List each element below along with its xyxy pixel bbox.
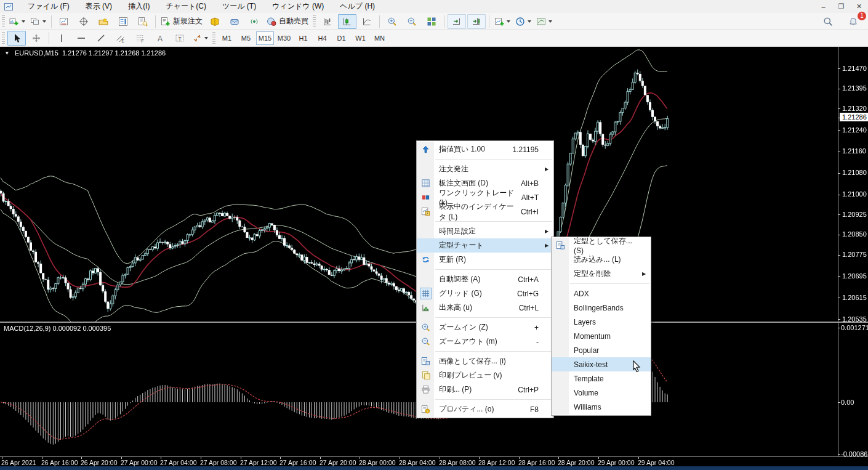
menu-item[interactable]: 定型チャート▶ (417, 238, 553, 253)
menu-item[interactable]: グリッド (G)Ctrl+G (417, 286, 553, 301)
menu-item[interactable]: 画像として保存... (i) (417, 354, 553, 368)
dropdown-caret-icon[interactable] (22, 20, 25, 23)
menu-item[interactable]: 更新 (R) (417, 253, 553, 267)
menu-item[interactable]: 指値買い 1.001.21195 (417, 142, 553, 156)
menu-item[interactable]: 印刷プレビュー (v) (417, 368, 553, 383)
profiles-button[interactable] (28, 14, 48, 29)
candle-chart-button[interactable] (338, 14, 356, 29)
timeframe-m5[interactable]: M5 (237, 31, 255, 45)
menu-item[interactable]: Volume (552, 386, 651, 400)
dropdown-caret-icon[interactable] (204, 37, 208, 39)
new-order-button[interactable]: 新規注文 (159, 14, 204, 29)
menu-item[interactable]: 注文発注▶ (417, 162, 553, 176)
search-button[interactable] (819, 14, 837, 29)
toolbar-grip[interactable] (2, 32, 5, 44)
toolbar-grip[interactable] (313, 15, 316, 28)
chart-shift-button[interactable] (467, 14, 486, 29)
menu-item[interactable]: 定型を削除▶ (552, 267, 651, 281)
crosshair-button[interactable] (74, 14, 93, 29)
dropdown-caret-icon[interactable] (42, 20, 46, 23)
menu-item[interactable]: Popular (552, 343, 651, 357)
timeframe-d1[interactable]: D1 (332, 31, 350, 45)
menu-item[interactable]: BollingerBands (552, 301, 651, 315)
menu-item-label: Layers (569, 318, 642, 326)
menu-tools[interactable]: ツール (T) (214, 0, 264, 13)
menu-item[interactable]: Williams (552, 400, 651, 414)
chart-collapse-icon[interactable]: ▼ (4, 50, 10, 56)
menu-item[interactable]: Template (552, 371, 651, 386)
dropdown-caret-icon[interactable] (549, 20, 552, 23)
toolbar-grip[interactable] (212, 32, 215, 44)
vertical-line-button[interactable] (52, 31, 71, 46)
equidistant-channel-icon: E (116, 33, 126, 43)
menu-item[interactable]: ズームアウト (m)- (417, 334, 553, 349)
menu-help[interactable]: ヘルプ (H) (332, 0, 383, 13)
new-chart-button[interactable] (7, 14, 27, 29)
menu-chart[interactable]: チャート(C) (158, 0, 214, 13)
equidistant-channel-button[interactable]: E (111, 31, 130, 46)
timeframe-w1[interactable]: W1 (352, 31, 369, 45)
auto-scroll-button[interactable] (448, 14, 466, 29)
bar-chart-button[interactable] (318, 14, 337, 29)
menu-item[interactable]: 時間足設定▶ (417, 224, 553, 238)
menu-insert[interactable]: 挿入(I) (120, 0, 158, 13)
text-label-button[interactable]: T (171, 31, 189, 46)
menu-item[interactable]: ズームイン (Z)+ (417, 320, 553, 334)
menu-item[interactable]: ADX (552, 286, 651, 301)
menu-item[interactable]: 定型として保存... (S) (552, 238, 651, 253)
auto-trading-button[interactable]: 自動売買 (265, 14, 310, 29)
periods-button[interactable] (513, 14, 533, 29)
arrows-button[interactable] (190, 31, 210, 46)
toolbar-grip[interactable] (2, 15, 5, 28)
tick-chart-button[interactable] (55, 14, 73, 29)
tile-windows-button[interactable] (422, 14, 441, 29)
periods-icon (515, 17, 525, 26)
menu-item[interactable]: f表示中のインディケータ (L)Ctrl+I (417, 205, 553, 219)
trendline-button[interactable] (92, 31, 110, 46)
print-icon (421, 385, 430, 394)
templates-button[interactable] (534, 14, 554, 29)
timeframe-m15[interactable]: M15 (256, 31, 274, 45)
menu-item[interactable]: 印刷... (P)Ctrl+P (417, 383, 553, 397)
menu-item-label: 画像として保存... (i) (434, 356, 545, 367)
favorites-icon (98, 17, 108, 26)
zoom-out-button[interactable] (403, 14, 421, 29)
text-button[interactable]: A (151, 31, 169, 46)
market-watch-button[interactable] (114, 14, 132, 29)
timeframe-mn[interactable]: MN (371, 31, 388, 45)
menu-window[interactable]: ウィンドウ (W) (264, 0, 332, 13)
timeframe-m1[interactable]: M1 (218, 31, 236, 45)
timeframe-h1[interactable]: H1 (294, 31, 312, 45)
dropdown-caret-icon[interactable] (528, 20, 531, 23)
menu-item[interactable]: 読み込み... (L) (552, 253, 651, 267)
menu-item-shortcut: Ctrl+I (521, 208, 539, 216)
indicators-button[interactable] (492, 14, 512, 29)
timeframe-m30[interactable]: M30 (275, 31, 293, 45)
menu-item[interactable]: 自動調整 (A)Ctrl+A (417, 272, 553, 286)
close-button[interactable]: ✕ (850, 0, 868, 13)
menu-view[interactable]: 表示 (V) (78, 0, 120, 13)
menu-separator (417, 349, 553, 354)
signals-button[interactable] (245, 14, 263, 29)
zoom-in-button[interactable] (383, 14, 401, 29)
menu-item[interactable]: 出来高 (u)Ctrl+L (417, 301, 553, 315)
text-label-icon: T (175, 33, 185, 43)
restore-button[interactable]: ❐ (832, 0, 850, 13)
menu-file[interactable]: ファイル (F) (20, 0, 78, 13)
fibonacci-button[interactable]: F (131, 31, 150, 46)
menu-item[interactable]: Momentum (552, 329, 651, 343)
timeframe-h4[interactable]: H4 (313, 31, 331, 45)
data-window-button[interactable] (134, 14, 152, 29)
mailbox-button[interactable] (225, 14, 244, 29)
dropdown-caret-icon[interactable] (507, 20, 510, 23)
crosshair-tool-button[interactable] (27, 31, 46, 46)
horizontal-line-button[interactable] (72, 31, 90, 46)
menu-item[interactable]: Layers (552, 315, 651, 329)
menu-item[interactable]: プロパティ... (o)F8 (417, 402, 553, 416)
minimize-button[interactable]: – (814, 0, 832, 13)
line-chart-button[interactable] (358, 14, 376, 29)
news-button[interactable] (206, 14, 224, 29)
notifications-button[interactable]: 1 (844, 14, 862, 29)
favorites-button[interactable] (94, 14, 113, 29)
cursor-button[interactable] (7, 31, 26, 46)
